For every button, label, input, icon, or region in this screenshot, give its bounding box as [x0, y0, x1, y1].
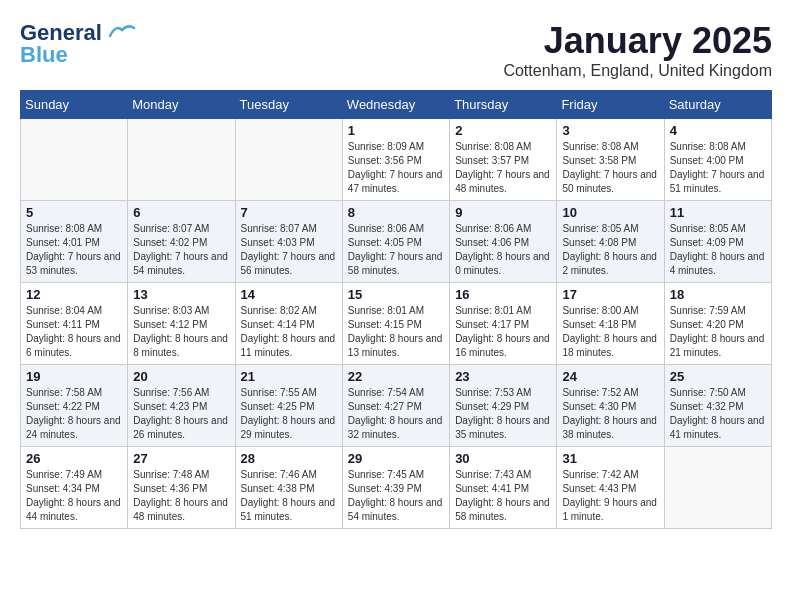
day-number: 1	[348, 123, 444, 138]
day-info: Sunrise: 8:06 AMSunset: 4:05 PMDaylight:…	[348, 222, 444, 278]
day-number: 4	[670, 123, 766, 138]
day-info: Sunrise: 8:08 AMSunset: 4:00 PMDaylight:…	[670, 140, 766, 196]
day-number: 6	[133, 205, 229, 220]
day-info: Sunrise: 7:42 AMSunset: 4:43 PMDaylight:…	[562, 468, 658, 524]
logo-blue: Blue	[20, 42, 68, 68]
day-info: Sunrise: 7:43 AMSunset: 4:41 PMDaylight:…	[455, 468, 551, 524]
day-number: 31	[562, 451, 658, 466]
day-number: 22	[348, 369, 444, 384]
day-info: Sunrise: 8:08 AMSunset: 3:57 PMDaylight:…	[455, 140, 551, 196]
day-info: Sunrise: 8:04 AMSunset: 4:11 PMDaylight:…	[26, 304, 122, 360]
day-number: 30	[455, 451, 551, 466]
day-number: 9	[455, 205, 551, 220]
calendar-cell: 31Sunrise: 7:42 AMSunset: 4:43 PMDayligh…	[557, 447, 664, 529]
day-info: Sunrise: 7:46 AMSunset: 4:38 PMDaylight:…	[241, 468, 337, 524]
day-number: 17	[562, 287, 658, 302]
location: Cottenham, England, United Kingdom	[503, 62, 772, 80]
day-info: Sunrise: 7:53 AMSunset: 4:29 PMDaylight:…	[455, 386, 551, 442]
calendar-cell: 11Sunrise: 8:05 AMSunset: 4:09 PMDayligh…	[664, 201, 771, 283]
day-info: Sunrise: 8:09 AMSunset: 3:56 PMDaylight:…	[348, 140, 444, 196]
day-number: 19	[26, 369, 122, 384]
calendar-cell	[664, 447, 771, 529]
day-info: Sunrise: 8:05 AMSunset: 4:08 PMDaylight:…	[562, 222, 658, 278]
day-number: 8	[348, 205, 444, 220]
calendar-row: 26Sunrise: 7:49 AMSunset: 4:34 PMDayligh…	[21, 447, 772, 529]
day-number: 10	[562, 205, 658, 220]
calendar-cell: 22Sunrise: 7:54 AMSunset: 4:27 PMDayligh…	[342, 365, 449, 447]
calendar-cell: 24Sunrise: 7:52 AMSunset: 4:30 PMDayligh…	[557, 365, 664, 447]
weekday-header-friday: Friday	[557, 91, 664, 119]
day-info: Sunrise: 8:08 AMSunset: 4:01 PMDaylight:…	[26, 222, 122, 278]
month-title: January 2025	[503, 20, 772, 62]
calendar-cell	[235, 119, 342, 201]
calendar-cell: 18Sunrise: 7:59 AMSunset: 4:20 PMDayligh…	[664, 283, 771, 365]
calendar-cell: 26Sunrise: 7:49 AMSunset: 4:34 PMDayligh…	[21, 447, 128, 529]
calendar-cell: 15Sunrise: 8:01 AMSunset: 4:15 PMDayligh…	[342, 283, 449, 365]
day-number: 26	[26, 451, 122, 466]
day-number: 29	[348, 451, 444, 466]
day-info: Sunrise: 8:00 AMSunset: 4:18 PMDaylight:…	[562, 304, 658, 360]
calendar-row: 12Sunrise: 8:04 AMSunset: 4:11 PMDayligh…	[21, 283, 772, 365]
calendar-table: SundayMondayTuesdayWednesdayThursdayFrid…	[20, 90, 772, 529]
day-info: Sunrise: 7:52 AMSunset: 4:30 PMDaylight:…	[562, 386, 658, 442]
day-number: 27	[133, 451, 229, 466]
calendar-cell	[128, 119, 235, 201]
day-info: Sunrise: 8:07 AMSunset: 4:02 PMDaylight:…	[133, 222, 229, 278]
day-info: Sunrise: 7:48 AMSunset: 4:36 PMDaylight:…	[133, 468, 229, 524]
day-number: 15	[348, 287, 444, 302]
day-info: Sunrise: 8:02 AMSunset: 4:14 PMDaylight:…	[241, 304, 337, 360]
calendar-cell: 12Sunrise: 8:04 AMSunset: 4:11 PMDayligh…	[21, 283, 128, 365]
calendar-cell: 20Sunrise: 7:56 AMSunset: 4:23 PMDayligh…	[128, 365, 235, 447]
day-info: Sunrise: 8:06 AMSunset: 4:06 PMDaylight:…	[455, 222, 551, 278]
calendar-cell: 29Sunrise: 7:45 AMSunset: 4:39 PMDayligh…	[342, 447, 449, 529]
day-info: Sunrise: 8:01 AMSunset: 4:15 PMDaylight:…	[348, 304, 444, 360]
weekday-header-row: SundayMondayTuesdayWednesdayThursdayFrid…	[21, 91, 772, 119]
calendar-cell: 16Sunrise: 8:01 AMSunset: 4:17 PMDayligh…	[450, 283, 557, 365]
calendar-cell: 19Sunrise: 7:58 AMSunset: 4:22 PMDayligh…	[21, 365, 128, 447]
weekday-header-tuesday: Tuesday	[235, 91, 342, 119]
calendar-cell: 27Sunrise: 7:48 AMSunset: 4:36 PMDayligh…	[128, 447, 235, 529]
day-info: Sunrise: 7:58 AMSunset: 4:22 PMDaylight:…	[26, 386, 122, 442]
calendar-cell: 1Sunrise: 8:09 AMSunset: 3:56 PMDaylight…	[342, 119, 449, 201]
day-info: Sunrise: 7:45 AMSunset: 4:39 PMDaylight:…	[348, 468, 444, 524]
day-number: 21	[241, 369, 337, 384]
weekday-header-wednesday: Wednesday	[342, 91, 449, 119]
logo-bird-icon	[108, 22, 136, 40]
calendar-cell: 30Sunrise: 7:43 AMSunset: 4:41 PMDayligh…	[450, 447, 557, 529]
page-header: General Blue January 2025 Cottenham, Eng…	[20, 20, 772, 80]
calendar-cell: 9Sunrise: 8:06 AMSunset: 4:06 PMDaylight…	[450, 201, 557, 283]
title-area: January 2025 Cottenham, England, United …	[503, 20, 772, 80]
calendar-cell: 8Sunrise: 8:06 AMSunset: 4:05 PMDaylight…	[342, 201, 449, 283]
calendar-cell: 13Sunrise: 8:03 AMSunset: 4:12 PMDayligh…	[128, 283, 235, 365]
day-number: 28	[241, 451, 337, 466]
day-number: 2	[455, 123, 551, 138]
day-info: Sunrise: 7:50 AMSunset: 4:32 PMDaylight:…	[670, 386, 766, 442]
day-info: Sunrise: 7:49 AMSunset: 4:34 PMDaylight:…	[26, 468, 122, 524]
day-number: 16	[455, 287, 551, 302]
day-number: 14	[241, 287, 337, 302]
calendar-row: 1Sunrise: 8:09 AMSunset: 3:56 PMDaylight…	[21, 119, 772, 201]
calendar-cell: 5Sunrise: 8:08 AMSunset: 4:01 PMDaylight…	[21, 201, 128, 283]
calendar-cell: 4Sunrise: 8:08 AMSunset: 4:00 PMDaylight…	[664, 119, 771, 201]
day-info: Sunrise: 8:03 AMSunset: 4:12 PMDaylight:…	[133, 304, 229, 360]
day-info: Sunrise: 7:56 AMSunset: 4:23 PMDaylight:…	[133, 386, 229, 442]
calendar-cell: 6Sunrise: 8:07 AMSunset: 4:02 PMDaylight…	[128, 201, 235, 283]
logo: General Blue	[20, 20, 136, 68]
weekday-header-sunday: Sunday	[21, 91, 128, 119]
day-number: 3	[562, 123, 658, 138]
day-number: 18	[670, 287, 766, 302]
calendar-cell: 21Sunrise: 7:55 AMSunset: 4:25 PMDayligh…	[235, 365, 342, 447]
calendar-row: 19Sunrise: 7:58 AMSunset: 4:22 PMDayligh…	[21, 365, 772, 447]
calendar-cell: 10Sunrise: 8:05 AMSunset: 4:08 PMDayligh…	[557, 201, 664, 283]
day-number: 11	[670, 205, 766, 220]
calendar-cell	[21, 119, 128, 201]
day-number: 12	[26, 287, 122, 302]
day-info: Sunrise: 7:54 AMSunset: 4:27 PMDaylight:…	[348, 386, 444, 442]
day-info: Sunrise: 8:08 AMSunset: 3:58 PMDaylight:…	[562, 140, 658, 196]
day-number: 24	[562, 369, 658, 384]
day-number: 13	[133, 287, 229, 302]
calendar-cell: 3Sunrise: 8:08 AMSunset: 3:58 PMDaylight…	[557, 119, 664, 201]
day-number: 7	[241, 205, 337, 220]
day-number: 20	[133, 369, 229, 384]
day-info: Sunrise: 8:07 AMSunset: 4:03 PMDaylight:…	[241, 222, 337, 278]
